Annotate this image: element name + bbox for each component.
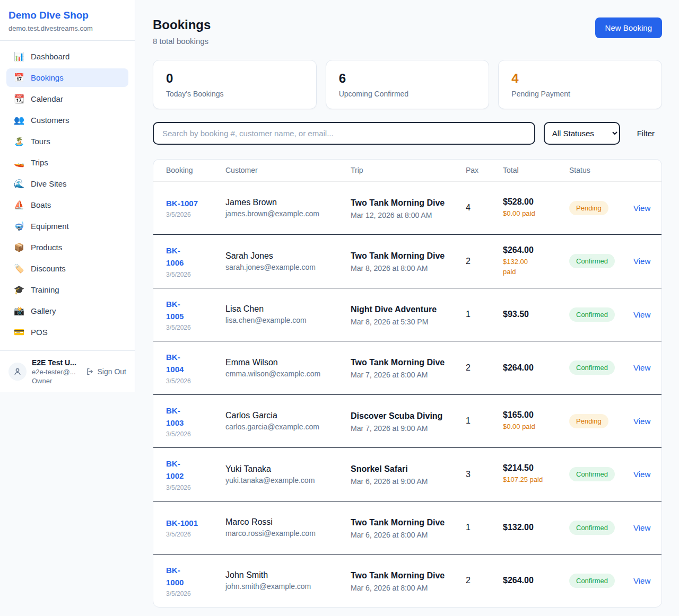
booking-date: 3/5/2026	[166, 531, 225, 538]
booking-id-line1: BK-	[166, 457, 225, 470]
sidebar-item-trips[interactable]: 🚤 Trips	[6, 153, 128, 172]
customer-email: carlos.garcia@example.com	[225, 423, 351, 431]
column-header-booking: Booking	[166, 166, 225, 174]
filter-button[interactable]: Filter	[630, 124, 662, 143]
view-link[interactable]: View	[633, 310, 650, 319]
status-cell: Confirmed	[569, 574, 633, 588]
booking-id-link[interactable]: BK-1007	[166, 197, 225, 209]
trip-name: Snorkel Safari	[351, 463, 451, 476]
status-badge: Pending	[569, 201, 608, 215]
trip-cell: Night Dive Adventure Mar 8, 2026 at 5:30…	[351, 303, 466, 326]
table-row: BK- 1006 3/5/2026 Sarah Jones sarah.jone…	[153, 234, 661, 288]
booking-cell: BK- 1004 3/5/2026	[166, 351, 225, 385]
sign-out-button[interactable]: Sign Out	[86, 367, 126, 376]
total-cell: $264.00	[503, 363, 569, 373]
nav-item-icon: 📆	[14, 95, 24, 103]
table-row: BK-1001 3/5/2026 Marco Rossi marco.rossi…	[153, 501, 661, 554]
sidebar-item-products[interactable]: 📦 Products	[6, 238, 128, 257]
customer-email: james.brown@example.com	[225, 209, 351, 218]
total-cell: $93.50	[503, 310, 569, 319]
view-link[interactable]: View	[633, 257, 650, 266]
nav-item-icon: 🎓	[14, 286, 24, 294]
sidebar-item-customers[interactable]: 👥 Customers	[6, 111, 128, 129]
sidebar-item-calendar[interactable]: 📆 Calendar	[6, 90, 128, 108]
booking-id-line1: BK-	[166, 564, 225, 576]
page-subtitle: 8 total bookings	[153, 37, 211, 46]
avatar	[8, 363, 27, 381]
view-link[interactable]: View	[633, 576, 650, 585]
total-amount: $528.00	[503, 197, 569, 207]
status-badge: Pending	[569, 414, 608, 428]
booking-id-line2: 1000	[166, 576, 225, 588]
nav-item-label: POS	[31, 328, 48, 337]
booking-id-line2: 1006	[166, 257, 225, 269]
sidebar-item-bookings[interactable]: 📅 Bookings	[6, 68, 128, 87]
sidebar-item-tours[interactable]: 🏝️ Tours	[6, 132, 128, 151]
nav-item-label: Tours	[31, 137, 50, 146]
new-booking-button[interactable]: New Booking	[595, 17, 662, 38]
customer-name: Lisa Chen	[225, 304, 351, 314]
booking-cell: BK- 1002 3/5/2026	[166, 457, 225, 491]
sidebar-item-pos[interactable]: 💳 POS	[6, 323, 128, 341]
trip-datetime: Mar 12, 2026 at 8:00 AM	[351, 211, 466, 219]
sidebar-item-gallery[interactable]: 📸 Gallery	[6, 302, 128, 320]
booking-id-line2: 1003	[166, 417, 225, 429]
booking-id-link[interactable]: BK- 1002	[166, 457, 225, 482]
nav-item-label: Boats	[31, 200, 51, 209]
view-link[interactable]: View	[633, 523, 650, 532]
nav-item-label: Discounts	[31, 264, 66, 273]
total-cell: $214.50 $107.25 paid	[503, 463, 569, 485]
pax-count: 2	[466, 257, 503, 266]
search-input[interactable]	[153, 122, 535, 145]
booking-id-link[interactable]: BK- 1005	[166, 298, 225, 323]
table-row: BK-1007 3/5/2026 James Brown james.brown…	[153, 181, 661, 234]
customer-email: marco.rossi@example.com	[225, 529, 351, 538]
view-link[interactable]: View	[633, 363, 650, 372]
booking-id-link[interactable]: BK- 1000	[166, 564, 225, 589]
view-link[interactable]: View	[633, 204, 650, 213]
paid-line1: $0.00 paid	[503, 422, 569, 432]
status-cell: Confirmed	[569, 360, 633, 375]
column-header-trip: Trip	[351, 166, 466, 174]
sidebar-item-discounts[interactable]: 🏷️ Discounts	[6, 259, 128, 278]
sidebar-item-dive-sites[interactable]: 🌊 Dive Sites	[6, 174, 128, 193]
booking-date: 3/5/2026	[166, 377, 225, 385]
stat-card: 6 Upcoming Confirmed	[326, 60, 490, 109]
view-link[interactable]: View	[633, 470, 650, 479]
booking-id-link[interactable]: BK-1001	[166, 517, 225, 529]
sidebar-item-equipment[interactable]: 🤿 Equipment	[6, 217, 128, 235]
booking-id-line1: BK-	[166, 298, 225, 310]
sidebar-item-dashboard[interactable]: 📊 Dashboard	[6, 47, 128, 66]
status-badge: Confirmed	[569, 574, 615, 588]
booking-id-line1: BK-1001	[166, 517, 225, 529]
trip-cell: Two Tank Morning Dive Mar 12, 2026 at 8:…	[351, 197, 466, 219]
sign-out-icon	[86, 367, 94, 376]
customer-cell: Lisa Chen lisa.chen@example.com	[225, 304, 351, 324]
user-role: Owner	[32, 377, 86, 385]
trip-datetime: Mar 7, 2026 at 9:00 AM	[351, 424, 466, 433]
table-row: BK- 1004 3/5/2026 Emma Wilson emma.wilso…	[153, 341, 661, 394]
status-cell: Pending	[569, 414, 633, 428]
sidebar-item-training[interactable]: 🎓 Training	[6, 280, 128, 299]
booking-id-link[interactable]: BK- 1004	[166, 351, 225, 376]
paid-line1: $0.00 paid	[503, 209, 569, 219]
booking-cell: BK- 1003 3/5/2026	[166, 404, 225, 438]
view-link[interactable]: View	[633, 417, 650, 426]
booking-date: 3/5/2026	[166, 211, 225, 218]
sidebar-item-boats[interactable]: ⛵ Boats	[6, 196, 128, 214]
customer-cell: Marco Rossi marco.rossi@example.com	[225, 517, 351, 538]
nav-item-label: Products	[31, 243, 62, 252]
nav-item-icon: 💳	[14, 328, 24, 337]
booking-id-link[interactable]: BK- 1003	[166, 404, 225, 429]
status-cell: Confirmed	[569, 307, 633, 322]
status-filter-select[interactable]: All Statuses	[544, 122, 620, 145]
column-header-pax: Pax	[466, 166, 503, 174]
nav-item-label: Equipment	[31, 222, 69, 231]
pax-count: 2	[466, 576, 503, 585]
total-cell: $264.00 $132.00 paid	[503, 245, 569, 277]
customer-name: John Smith	[225, 570, 351, 580]
booking-id-line1: BK-	[166, 351, 225, 363]
stat-label: Pending Payment	[511, 90, 649, 98]
booking-id-link[interactable]: BK- 1006	[166, 244, 225, 269]
brand-title: Demo Dive Shop	[8, 10, 126, 21]
